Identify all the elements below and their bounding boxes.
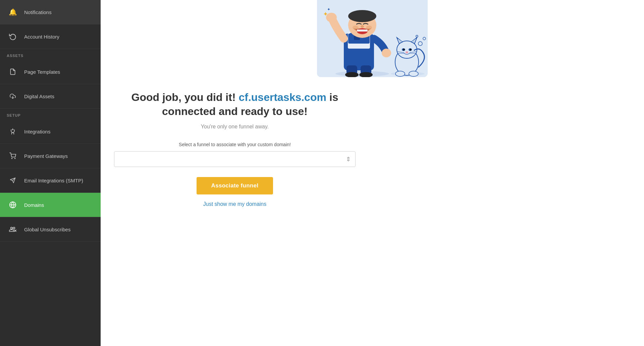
- plug-icon: [7, 125, 19, 137]
- svg-point-1: [12, 158, 12, 159]
- select-funnel-label: Select a funnel to associate with your c…: [107, 142, 362, 147]
- show-domains-link[interactable]: Just show me my domains: [107, 201, 362, 207]
- sidebar: 🔔 Notifications Account History Assets P…: [0, 0, 101, 346]
- svg-text:✦: ✦: [323, 11, 328, 17]
- history-icon: [7, 31, 19, 43]
- sidebar-item-global-unsubscribes[interactable]: Global Unsubscribes: [0, 217, 101, 242]
- sidebar-item-domains[interactable]: Domains: [0, 193, 101, 217]
- sidebar-section-setup: Setup: [0, 109, 101, 119]
- page-icon: [7, 66, 19, 78]
- hero-illustration: ✦ ✦: [101, 0, 644, 77]
- cart-icon: [7, 150, 19, 162]
- svg-point-39: [403, 49, 405, 51]
- svg-point-24: [361, 25, 364, 28]
- svg-point-2: [15, 158, 15, 159]
- sidebar-item-page-templates[interactable]: Page Templates: [0, 60, 101, 84]
- svg-point-40: [410, 49, 412, 51]
- sidebar-item-label: Account History: [24, 34, 59, 40]
- main-text-content: Good job, you did it! cf.usertasks.com i…: [101, 77, 369, 214]
- sidebar-item-payment-gateways[interactable]: Payment Gateways: [0, 144, 101, 168]
- globe-icon: [7, 199, 19, 211]
- sidebar-item-notifications[interactable]: 🔔 Notifications: [0, 0, 101, 24]
- sidebar-item-label: Global Unsubscribes: [24, 227, 70, 232]
- funnel-select[interactable]: [114, 151, 356, 167]
- funnel-select-wrapper: ⇕: [114, 151, 356, 167]
- email-icon: [7, 174, 19, 186]
- associate-funnel-button[interactable]: Associate funnel: [197, 177, 273, 194]
- main-content: ✦ ✦ Good job, you did it! cf.usertasks.c…: [101, 0, 644, 346]
- sidebar-item-label: Integrations: [24, 129, 50, 134]
- sidebar-item-label: Email Integrations (SMTP): [24, 178, 83, 183]
- svg-text:✦: ✦: [327, 7, 330, 12]
- sidebar-item-account-history[interactable]: Account History: [0, 24, 101, 49]
- sidebar-item-integrations[interactable]: Integrations: [0, 119, 101, 144]
- svg-point-23: [366, 25, 372, 30]
- svg-rect-21: [357, 30, 368, 32]
- sidebar-section-assets: Assets: [0, 49, 101, 60]
- svg-point-46: [395, 71, 405, 76]
- illustration-container: ✦ ✦: [317, 0, 428, 77]
- sidebar-item-digital-assets[interactable]: Digital Assets: [0, 84, 101, 109]
- sidebar-item-label: Domains: [24, 202, 44, 208]
- svg-point-26: [382, 49, 391, 57]
- character-svg: ✦ ✦: [317, 0, 428, 77]
- svg-point-19: [348, 10, 376, 22]
- bell-icon: 🔔: [7, 6, 19, 18]
- svg-point-47: [409, 71, 418, 76]
- sidebar-item-email-integrations[interactable]: Email Integrations (SMTP): [0, 168, 101, 193]
- sidebar-item-label: Digital Assets: [24, 94, 54, 99]
- subtitle-text: You're only one funnel away.: [107, 124, 362, 130]
- sidebar-item-label: Page Templates: [24, 69, 60, 75]
- svg-point-41: [406, 51, 408, 53]
- sidebar-item-label: Notifications: [24, 9, 52, 15]
- sidebar-item-label: Payment Gateways: [24, 153, 68, 159]
- cloud-icon: [7, 90, 19, 102]
- user-x-icon: [7, 223, 19, 235]
- svg-point-22: [353, 25, 359, 30]
- success-heading: Good job, you did it! cf.usertasks.com i…: [107, 91, 362, 118]
